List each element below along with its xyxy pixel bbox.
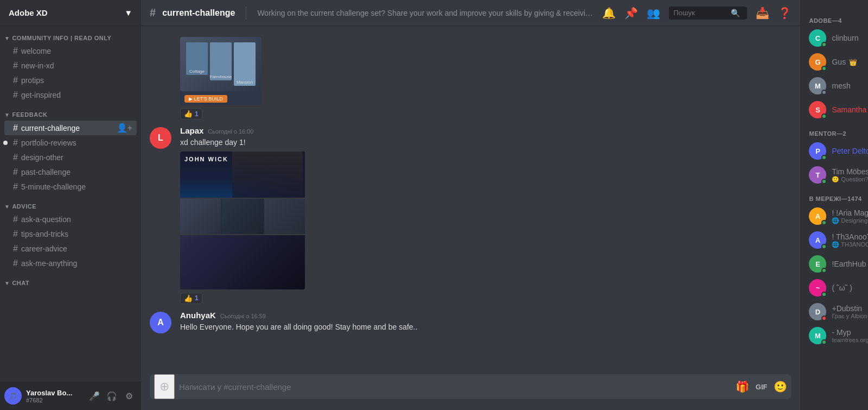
member-mesh[interactable]: M mesh [805,74,868,98]
image-attachment[interactable]: Cottage Farmhouse Mansion ▶ LET'S BUILD [180,37,261,105]
member-dubstin[interactable]: D +Dubstin Грає у Albion Online [805,300,868,324]
sidebar-item-portfolio-reviews[interactable]: # portfolio-reviews [4,136,137,150]
members-sidebar: ADOBE—4 C clinburn G Gus 👑 M mesh S [800,0,868,410]
anuhyak-message-content: AnuhyaK Сьогодні о 16:59 Hello Everyone.… [180,311,792,336]
member-name: !EarthHub [832,260,866,268]
channel-name: protips [21,76,44,85]
hash-icon: # [13,167,18,177]
reaction-thumbsup[interactable]: 👍 1 [180,108,202,119]
member-info: Samantha Shoushtari [832,105,868,114]
user-avatar: 🎵 [4,387,22,405]
member-earthhub[interactable]: E !EarthHub [805,252,868,276]
john-wick-title: JOHN WICK [184,156,228,162]
add-member-icon[interactable]: 👤+ [117,123,132,133]
member-info: Gus 👑 [832,58,857,66]
reaction-thumbsup-lapax[interactable]: 👍 1 [180,293,202,304]
category-chat[interactable]: ▼ CHAT [0,271,141,288]
category-advice[interactable]: ▼ ADVICE [0,194,141,212]
hash-icon: # [13,182,18,192]
gif-icon[interactable]: GIF [756,383,768,391]
members-icon[interactable]: 👥 [647,7,660,20]
member-avatar: P [809,142,826,160]
member-mur[interactable]: M - Мур teamtrees.org [805,324,868,348]
settings-button[interactable]: ⚙ [122,388,137,403]
message-author[interactable]: Lapax [180,126,203,135]
member-name: Peter Deltondo [832,147,868,155]
member-avatar: C [809,29,826,47]
member-tim[interactable]: T Tim Möbest 🙂 Question? #ask-a-question [805,163,868,187]
member-peter[interactable]: P Peter Deltondo [805,139,868,163]
sidebar-item-tips-and-tricks[interactable]: # tips-and-tricks [4,227,137,241]
message-text: xd challenge day 1! [180,137,792,148]
members-category-adobe: ADOBE—4 [805,9,868,26]
search-icon: 🔍 [731,9,740,17]
sidebar-item-design-other[interactable]: # design-other [4,150,137,165]
search-box[interactable]: 🔍 [669,7,747,20]
lapax-avatar: L [150,127,171,149]
sidebar-item-get-inspired[interactable]: # get-inspired [4,88,137,102]
hash-icon: # [13,75,18,85]
hash-icon: # [13,229,18,239]
pin-icon[interactable]: 📌 [624,7,638,20]
sidebar-item-5-minute-challenge[interactable]: # 5-minute-challenge [4,180,137,194]
members-category-network: В МЕРЕЖІ—1474 [805,187,868,204]
sidebar-item-welcome[interactable]: # welcome [4,44,137,58]
member-info: !EarthHub [832,260,866,268]
member-info: ! !Aria Maghsoody 🌐 Designing Cool Shit! [832,209,868,224]
category-advice-label: ADVICE [12,203,36,210]
member-tilde[interactable]: ~ ( ˜ω˜ ) [805,276,868,300]
status-indicator [821,179,827,184]
sidebar-item-career-advice[interactable]: # career-advice [4,242,137,256]
deafen-button[interactable]: 🎧 [104,388,119,403]
member-badge: 👑 [849,59,857,66]
member-info: ! Th3AnooTix 🌐 TH3ANOOTIX.COM [832,232,868,248]
server-header[interactable]: Adobe XD ▼ [0,0,141,26]
mute-button[interactable]: 🎤 [87,388,102,403]
inbox-icon[interactable]: 📥 [756,7,769,20]
message-input[interactable] [175,376,736,398]
sidebar-item-ask-me-anything[interactable]: # ask-me-anything [4,256,137,270]
member-th3anootix[interactable]: A ! Th3AnooTix 🌐 TH3ANOOTIX.COM [805,228,868,252]
member-info: - Мур teamtrees.org [832,328,868,343]
unread-dot [3,141,8,145]
attach-button[interactable]: ⊕ [154,374,175,399]
emoji-icon[interactable]: 🙂 [774,380,787,393]
member-gus[interactable]: G Gus 👑 [805,50,868,74]
member-subtext: 🌐 Designing Cool Shit! [832,217,868,224]
member-avatar: M [809,327,826,344]
help-icon[interactable]: ❓ [778,7,792,20]
message-text-anuhyak: Hello Everyone. Hope you are all doing g… [180,322,792,333]
john-wick-image[interactable]: JOHN WICK [180,152,305,289]
hash-icon: # [13,215,18,224]
member-avatar: A [809,207,826,225]
server-chevron: ▼ [124,8,132,17]
member-info: +Dubstin Грає у Albion Online [832,304,868,319]
sidebar-item-protips[interactable]: # protips [4,73,137,87]
bell-icon[interactable]: 🔔 [602,7,616,20]
channel-header-name: current-challenge [162,8,235,18]
channel-topic: Working on the current challenge set? Sh… [257,9,596,17]
member-aria[interactable]: A ! !Aria Maghsoody 🌐 Designing Cool Shi… [805,204,868,228]
member-name: ( ˜ω˜ ) [832,283,852,292]
member-name: Gus 👑 [832,58,857,66]
member-info: ( ˜ω˜ ) [832,283,852,292]
message-author-anuhyak[interactable]: AnuhyaK [180,311,216,320]
category-feedback[interactable]: ▼ FEEDBACK [0,103,141,120]
category-community-info[interactable]: ▼ COMMUNITY INFO | READ ONLY [0,26,141,43]
sidebar-item-ask-a-question[interactable]: # ask-a-question [4,212,137,226]
sidebar-item-past-challenge[interactable]: # past-challenge [4,165,137,179]
gift-icon[interactable]: 🎁 [736,380,749,393]
sidebar-item-new-in-xd[interactable]: # new-in-xd [4,59,137,73]
hash-icon: # [13,244,18,254]
member-samantha[interactable]: S Samantha Shoushtari [805,98,868,122]
hash-icon: # [13,46,18,56]
search-input[interactable] [673,9,727,17]
member-avatar: D [809,303,826,320]
lapax-message-content: Lapax Сьогодні о 16:00 xd challenge day … [180,126,792,304]
channel-name: new-in-xd [21,61,54,70]
avatar-spacer [150,37,171,119]
channel-name: current-challenge [21,124,80,133]
sidebar-item-current-challenge[interactable]: # current-challenge 👤+ [4,121,137,135]
hash-icon: # [13,90,18,100]
member-clinburn[interactable]: C clinburn [805,26,868,50]
